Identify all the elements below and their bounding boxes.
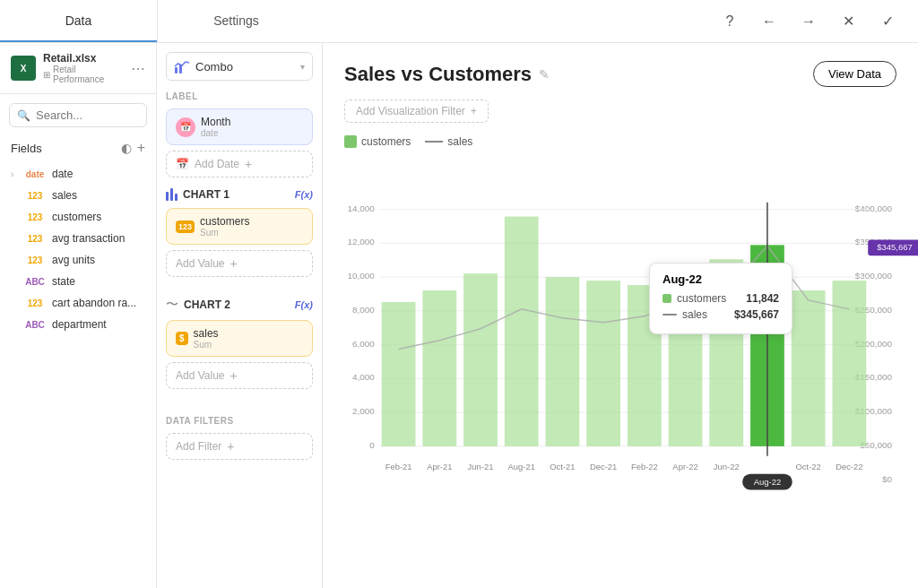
calendar-icon: 📅 <box>176 117 195 137</box>
combo-selector[interactable]: Combo ▾ <box>166 52 313 81</box>
customers-legend-box <box>344 135 357 148</box>
svg-rect-30 <box>505 217 539 446</box>
chevron-right-icon: › <box>11 169 18 179</box>
svg-text:10,000: 10,000 <box>347 271 375 281</box>
pill-name: customers <box>200 215 303 228</box>
chart1-fx-button[interactable]: F(x) <box>295 189 313 200</box>
customers-legend-label: customers <box>361 135 411 148</box>
chart2-fx-button[interactable]: F(x) <box>295 299 313 310</box>
file-name: Retail.xlsx <box>43 52 124 65</box>
svg-rect-37 <box>792 290 826 446</box>
redo-button[interactable]: → <box>796 9 821 34</box>
top-tabs: Data Settings <box>0 0 315 42</box>
svg-text:$300,000: $300,000 <box>855 271 893 281</box>
svg-rect-28 <box>422 290 456 446</box>
edit-title-icon[interactable]: ✎ <box>539 67 550 82</box>
field-type-num: 123 <box>23 191 47 201</box>
plus-icon: + <box>230 368 238 383</box>
search-box[interactable]: 🔍 <box>9 103 147 127</box>
undo-button[interactable]: ← <box>757 9 782 34</box>
svg-text:Oct-22: Oct-22 <box>795 462 820 471</box>
file-menu-button[interactable]: ⋯ <box>131 60 145 77</box>
tooltip-sales-value: $345,667 <box>734 308 779 321</box>
field-item-customers[interactable]: 123 customers <box>0 206 156 228</box>
field-item-avg-transaction[interactable]: 123 avg transaction <box>0 228 156 249</box>
legend-customers: customers <box>344 135 411 148</box>
file-header: X Retail.xlsx ⊞ Retail Performance ⋯ <box>0 43 156 94</box>
svg-text:Feb-21: Feb-21 <box>385 462 412 471</box>
plus-icon: + <box>227 439 234 454</box>
tooltip-sales-row: sales $345,667 <box>663 308 779 321</box>
pill-info: sales Sum <box>194 327 303 350</box>
view-data-button[interactable]: View Data <box>813 61 896 87</box>
legend-sales: sales <box>425 135 472 148</box>
sales-legend-label: sales <box>447 135 472 148</box>
add-filter-button[interactable]: Add Filter + <box>166 433 313 460</box>
chart2-add-value-button[interactable]: Add Value + <box>166 362 313 389</box>
svg-text:2,000: 2,000 <box>352 406 375 416</box>
fields-list: › date date 123 sales 123 customers 123 … <box>0 160 156 588</box>
tooltip-customers-row: customers 11,842 <box>663 292 779 305</box>
chart2-header: 〜 CHART 2 F(x) <box>166 297 313 313</box>
add-visualization-filter-button[interactable]: Add Visualization Filter + <box>344 99 489 123</box>
chart2-sales-pill[interactable]: $ sales Sum <box>166 320 313 357</box>
field-name-sales: sales <box>52 189 77 202</box>
chart2-title: CHART 2 <box>184 298 290 311</box>
sales-legend-line <box>425 141 443 143</box>
svg-text:Dec-21: Dec-21 <box>590 462 617 471</box>
svg-text:Dec-22: Dec-22 <box>836 462 862 471</box>
add-field-icon[interactable]: + <box>137 140 145 156</box>
svg-text:6,000: 6,000 <box>352 339 375 349</box>
field-item-date[interactable]: › date date <box>0 163 156 185</box>
field-item-avg-units[interactable]: 123 avg units <box>0 249 156 271</box>
plus-icon: + <box>471 105 477 117</box>
combo-label: Combo <box>195 60 295 74</box>
svg-text:Jun-22: Jun-22 <box>714 462 740 471</box>
chart1-add-value-button[interactable]: Add Value + <box>166 250 313 277</box>
field-name-department: department <box>52 318 107 331</box>
pill-sub: Sum <box>194 340 303 350</box>
tooltip-date: Aug-22 <box>663 272 779 286</box>
field-name-avg-transaction: avg transaction <box>52 232 125 245</box>
svg-rect-29 <box>463 273 498 446</box>
svg-text:Oct-21: Oct-21 <box>550 462 575 471</box>
add-date-button[interactable]: 📅 Add Date + <box>166 151 313 177</box>
chart-container: 14,000 12,000 10,000 8,000 6,000 4,000 2… <box>344 155 896 570</box>
field-item-cart-abandon[interactable]: 123 cart abandon ra... <box>0 292 156 314</box>
svg-text:$400,000: $400,000 <box>855 203 893 213</box>
pill-info: Month date <box>201 116 303 138</box>
bar-chart-icon <box>166 188 178 201</box>
field-name-state: state <box>52 275 75 288</box>
combo-chart-icon <box>174 58 190 74</box>
label-section-title: LABEL <box>166 91 313 101</box>
top-actions: ? ← → ✕ ✓ <box>717 9 918 34</box>
field-item-sales[interactable]: 123 sales <box>0 185 156 206</box>
fields-settings-icon[interactable]: ◐ <box>121 141 132 155</box>
chevron-down-icon: ▾ <box>300 62 305 72</box>
search-input[interactable] <box>36 108 139 122</box>
close-button[interactable]: ✕ <box>836 9 861 34</box>
svg-text:4,000: 4,000 <box>352 372 375 382</box>
pill-info: customers Sum <box>200 215 303 238</box>
chart2-section: 〜 CHART 2 F(x) $ sales Sum Add Value + <box>166 297 313 400</box>
customers-dot <box>663 294 671 303</box>
chart-legend: customers sales <box>344 135 896 148</box>
confirm-button[interactable]: ✓ <box>875 9 900 34</box>
svg-rect-31 <box>546 277 580 446</box>
top-bar: Data Settings ? ← → ✕ ✓ <box>0 0 918 43</box>
field-item-state[interactable]: ABC state <box>0 271 156 292</box>
chart-header: Sales vs Customers ✎ View Data <box>344 61 896 87</box>
chart1-customers-pill[interactable]: 123 customers Sum <box>166 208 313 245</box>
add-icon: 📅 <box>176 158 189 170</box>
svg-rect-32 <box>586 281 620 446</box>
help-button[interactable]: ? <box>717 9 742 34</box>
svg-text:$345,667: $345,667 <box>877 242 912 252</box>
field-name-cart-abandon: cart abandon ra... <box>52 297 136 309</box>
tab-data[interactable]: Data <box>0 0 157 42</box>
svg-text:0: 0 <box>369 440 375 450</box>
field-type-num: 123 <box>23 212 47 222</box>
field-name-avg-units: avg units <box>52 254 95 266</box>
label-month-pill[interactable]: 📅 Month date <box>166 108 313 145</box>
tab-settings[interactable]: Settings <box>158 0 315 42</box>
field-item-department[interactable]: ABC department <box>0 314 156 335</box>
